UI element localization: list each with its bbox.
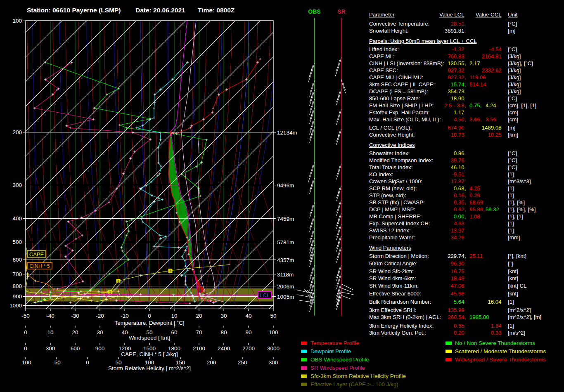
svg-text:3.56: 3.56 — [486, 116, 496, 123]
svg-text:DCAPE (LFS = 581mB):: DCAPE (LFS = 581mB): — [369, 88, 428, 94]
svg-text:60: 60 — [171, 329, 177, 335]
svg-text:LCL / CCL (AGL):: LCL / CCL (AGL): — [369, 125, 412, 131]
svg-text:Effective Shear 6000:: Effective Shear 6000: — [369, 290, 421, 297]
svg-text:30: 30 — [97, 329, 103, 335]
svg-text:0.75,: 0.75, — [469, 102, 481, 109]
svg-text:2700: 2700 — [242, 345, 255, 352]
svg-text:17.87: 17.87 — [450, 178, 464, 184]
svg-text:Max. Hail Size (OLD, MU, IL):: Max. Hail Size (OLD, MU, IL): — [369, 116, 441, 123]
svg-text:Craven SigSvr / 1000:: Craven SigSvr / 1000: — [369, 178, 422, 184]
svg-text:[J/kg]: [J/kg] — [508, 74, 521, 80]
svg-text:Date: 20.06.2021: Date: 20.06.2021 — [135, 7, 185, 14]
svg-text:Max 3km SRH (0-2km) | AGL:: Max 3km SRH (0-2km) | AGL: — [369, 314, 441, 320]
svg-text:5781m: 5781m — [277, 239, 294, 246]
svg-text:300: 300 — [46, 345, 55, 352]
svg-text:514.14: 514.14 — [469, 81, 486, 87]
svg-text:16.04: 16.04 — [488, 299, 501, 305]
svg-text:Exp. Supercell Index CH:: Exp. Supercell Index CH: — [369, 220, 430, 227]
svg-text:Temperature, Dewpoint [ ˚C]: Temperature, Dewpoint [ ˚C] — [115, 320, 185, 326]
svg-text:18.90: 18.90 — [450, 95, 464, 102]
svg-text:3km SFC CAPE | IL CAPE:: 3km SFC CAPE | IL CAPE: — [369, 81, 435, 87]
svg-text:,: , — [464, 314, 466, 320]
svg-text:100: 100 — [145, 359, 154, 366]
svg-text:4.63: 4.63 — [454, 220, 464, 227]
svg-text:,: , — [464, 74, 466, 80]
svg-text:Wind Parameters: Wind Parameters — [369, 245, 411, 251]
svg-text:LCL: LCL — [260, 292, 270, 298]
svg-text:12134m: 12134m — [277, 130, 297, 136]
svg-text:[1]: [1] — [508, 299, 514, 305]
svg-text:1489.08: 1489.08 — [482, 125, 502, 131]
svg-text:500: 500 — [12, 239, 22, 245]
svg-text:1500: 1500 — [143, 345, 156, 352]
svg-text:SR Wind Sfc-2km:: SR Wind Sfc-2km: — [369, 268, 414, 274]
svg-text:4.25: 4.25 — [469, 185, 480, 191]
svg-text:0.35: 0.35 — [454, 199, 464, 205]
svg-text:[°C]: [°C] — [508, 164, 517, 170]
svg-text:[1], [%]: [1], [%] — [508, 199, 525, 205]
svg-text:1985.00: 1985.00 — [469, 314, 489, 320]
svg-text:SR Wind 9km-11km:: SR Wind 9km-11km: — [369, 283, 419, 289]
svg-text:-30: -30 — [71, 313, 79, 319]
svg-text:130.55: 130.55 — [448, 60, 464, 66]
svg-text:STP (new, old):: STP (new, old): — [369, 192, 406, 198]
svg-text:4.24: 4.24 — [486, 102, 496, 109]
svg-text:674.90: 674.90 — [448, 125, 464, 131]
svg-text:-50: -50 — [52, 359, 61, 366]
svg-text:300: 300 — [12, 182, 22, 188]
svg-text:Effective Layer (CAPE >= 100 J: Effective Layer (CAPE >= 100 J/kg) — [310, 381, 398, 387]
svg-text:[km]: [km] — [508, 132, 518, 138]
svg-text:47.08: 47.08 — [450, 283, 464, 289]
svg-text:Showalter Index:: Showalter Index: — [369, 150, 410, 156]
svg-text:CAPE, CINH * 5 [ J/kg]: CAPE, CINH * 5 [ J/kg] — [121, 351, 178, 357]
svg-text:18.49: 18.49 — [450, 275, 464, 281]
svg-text:90: 90 — [245, 329, 251, 335]
svg-text:CAPE: CAPE — [29, 251, 44, 257]
svg-text:46.10: 46.10 — [450, 164, 464, 170]
svg-text:0.65: 0.65 — [454, 323, 464, 329]
svg-text:[J/kg]: [J/kg] — [508, 67, 521, 73]
svg-text:Value CCL: Value CCL — [476, 12, 502, 18]
svg-text:900: 900 — [12, 293, 22, 300]
svg-text:40: 40 — [121, 329, 128, 335]
svg-text:9496m: 9496m — [277, 182, 294, 189]
svg-text:0.16: 0.16 — [454, 192, 464, 198]
svg-text:Modified Thompson Index:: Modified Thompson Index: — [369, 157, 433, 163]
svg-text:0.00: 0.00 — [454, 213, 464, 220]
svg-text:SR Wind 4km-6km:: SR Wind 4km-6km: — [369, 275, 416, 281]
svg-text:,: , — [464, 213, 466, 220]
svg-text:850-600 Lapse Rate:: 850-600 Lapse Rate: — [369, 95, 420, 102]
svg-text:3.66,: 3.66, — [469, 116, 481, 123]
svg-text:Convective Height:: Convective Height: — [369, 132, 415, 138]
svg-text:10.73: 10.73 — [450, 132, 464, 138]
svg-text:Parameter: Parameter — [369, 12, 395, 18]
svg-text:1.17: 1.17 — [454, 109, 464, 116]
svg-text:CINH | LSI (Inversion: 838mB):: CINH | LSI (Inversion: 838mB): — [369, 60, 444, 66]
svg-text:3km Effective SRH:: 3km Effective SRH: — [369, 307, 416, 313]
svg-text:Storm Direction | Motion:: Storm Direction | Motion: — [369, 253, 429, 259]
svg-text:4357m: 4357m — [277, 257, 294, 263]
svg-text:25.11: 25.11 — [469, 253, 483, 259]
svg-text:927.32: 927.32 — [448, 67, 464, 73]
svg-text:,: , — [464, 185, 466, 191]
svg-text:135.99: 135.99 — [448, 307, 464, 313]
svg-text:45.66: 45.66 — [450, 290, 464, 297]
svg-text:1800: 1800 — [168, 345, 180, 352]
svg-text:[1], [1]: [1], [1] — [508, 213, 523, 220]
svg-text:4.50: 4.50 — [454, 116, 464, 123]
svg-text:[knt]: [knt] — [508, 290, 518, 297]
svg-text:,: , — [464, 206, 466, 213]
svg-text:3km Vorticity Gen. Pot.:: 3km Vorticity Gen. Pot.: — [369, 330, 426, 336]
svg-text:Bulk Richardson Number:: Bulk Richardson Number: — [369, 299, 431, 305]
svg-text:800: 800 — [12, 283, 22, 289]
svg-text:40: 40 — [245, 313, 251, 319]
svg-text:119.06: 119.06 — [469, 74, 486, 80]
svg-text:Convective Temperature:: Convective Temperature: — [369, 21, 429, 27]
svg-text:[m^2/s^2]: [m^2/s^2] — [508, 307, 531, 313]
svg-text:[cm]: [cm] — [508, 109, 518, 116]
svg-text:-20: -20 — [96, 313, 104, 319]
svg-text:Total Totals Index:: Total Totals Index: — [369, 164, 412, 170]
svg-text:0.29: 0.29 — [469, 192, 480, 198]
svg-text:0.62: 0.62 — [454, 206, 464, 213]
svg-text:-13.97: -13.97 — [449, 227, 464, 234]
